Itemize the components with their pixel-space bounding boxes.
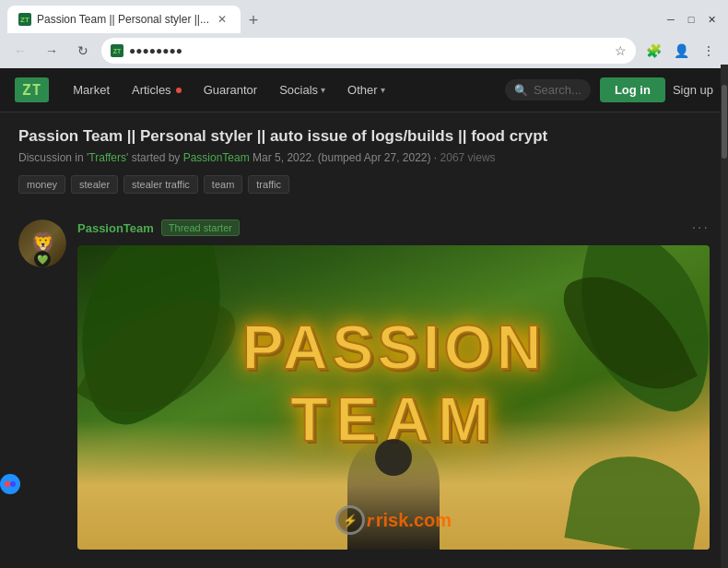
author-link[interactable]: PassionTeam [183,151,250,164]
active-tab[interactable]: ZT Passion Team || Personal styler ||...… [7,6,241,33]
new-tab-button[interactable]: + [241,7,266,33]
other-dropdown-icon: ▾ [381,85,385,95]
site-logo[interactable]: ZT [15,77,49,102]
svg-point-1 [10,481,16,487]
thread-area: Passion Team || Personal styler || auto … [0,112,728,568]
address-text: ●●●●●●●● [129,44,609,57]
browser-toolbar: ← → ↻ ZT ●●●●●●●● ☆ 🧩 👤 ⋮ [0,33,728,68]
tag-team[interactable]: team [204,175,242,194]
bookmark-icon[interactable]: ☆ [615,43,627,58]
left-sidebar-indicator[interactable] [0,474,20,494]
tab-area: ZT Passion Team || Personal styler ||...… [7,6,662,33]
menu-icon[interactable]: ⋮ [697,39,721,63]
forward-button[interactable]: → [39,38,65,64]
tag-stealer-traffic[interactable]: stealer traffic [123,175,198,194]
tab-favicon: ZT [18,13,31,26]
profile-icon[interactable]: 👤 [669,39,693,63]
nav-guarantor[interactable]: Guarantor [194,76,267,104]
search-placeholder: Search... [534,83,581,97]
tab-close-button[interactable]: ✕ [215,12,229,27]
post-area: 🦁 💚 PassionTeam Thread starter ··· [18,208,710,561]
view-count: 2067 views [440,151,496,164]
maximize-button[interactable]: □ [682,10,700,29]
nav-market[interactable]: Market [64,76,119,104]
forum-link[interactable]: Traffers [88,151,126,164]
tag-stealer[interactable]: stealer [71,175,118,194]
figure-head [375,439,412,476]
tag-money[interactable]: money [18,175,65,194]
browser-chrome: ZT Passion Team || Personal styler ||...… [0,0,728,68]
toolbar-icons: 🧩 👤 ⋮ [641,39,721,63]
scrollbar-thumb[interactable] [722,85,727,159]
post-header: PassionTeam Thread starter ··· [77,219,710,236]
forum-image-container: PASSION TEAM [77,245,710,550]
login-button[interactable]: Log in [600,77,665,102]
watermark-logo-circle: ⚡ [335,505,365,535]
address-favicon: ZT [111,44,123,57]
post-options-button[interactable]: ··· [692,219,710,236]
thread-meta: Discussion in 'Traffers' started by Pass… [18,151,710,164]
post-username[interactable]: PassionTeam [77,221,154,235]
browser-titlebar: ZT Passion Team || Personal styler ||...… [0,0,728,33]
avatar-badge: 💚 [34,251,51,267]
post-content: PassionTeam Thread starter ··· [77,219,710,550]
back-button[interactable]: ← [7,38,33,64]
svg-point-2 [5,481,10,487]
socials-dropdown-icon: ▾ [321,85,325,95]
nav-socials[interactable]: Socials ▾ [270,76,335,104]
extensions-icon[interactable]: 🧩 [641,39,665,63]
refresh-button[interactable]: ↻ [70,38,96,64]
signup-button[interactable]: Sign up [673,83,713,97]
scrollbar[interactable] [721,65,728,568]
nav-articles[interactable]: Articles [123,76,191,104]
nav-links: Market Articles Guarantor Socials ▾ Othe… [64,76,505,104]
articles-notification-dot [176,88,182,93]
tab-title: Passion Team || Personal styler ||... [37,13,209,26]
passion-word: PASSION [241,311,545,383]
avatar: 🦁 💚 [18,219,66,267]
window-controls: ─ □ ✕ [662,10,721,29]
post-author-column: 🦁 💚 [18,219,66,550]
post-badge: Thread starter [161,219,240,236]
image-background: PASSION TEAM [77,245,710,550]
search-icon: 🔍 [514,84,528,97]
website: ZT Market Articles Guarantor Socials ▾ O… [0,68,728,568]
forum-image: PASSION TEAM [77,245,710,550]
tag-list: money stealer stealer traffic team traff… [18,175,710,194]
nav-other[interactable]: Other ▾ [338,76,394,104]
watermark-domain: risk.com [376,510,452,531]
close-button[interactable]: ✕ [702,10,721,29]
watermark-text: r [367,510,374,531]
thread-title: Passion Team || Personal styler || auto … [18,127,710,146]
watermark: ⚡ r risk.com [335,505,452,535]
nav-search[interactable]: 🔍 Search... [505,79,591,101]
minimize-button[interactable]: ─ [662,10,680,29]
watermark-icon: ⚡ [343,514,358,527]
passion-team-text: PASSION TEAM [241,311,545,455]
tag-traffic[interactable]: traffic [248,175,289,194]
site-nav: ZT Market Articles Guarantor Socials ▾ O… [0,68,728,112]
address-bar[interactable]: ZT ●●●●●●●● ☆ [101,38,636,64]
